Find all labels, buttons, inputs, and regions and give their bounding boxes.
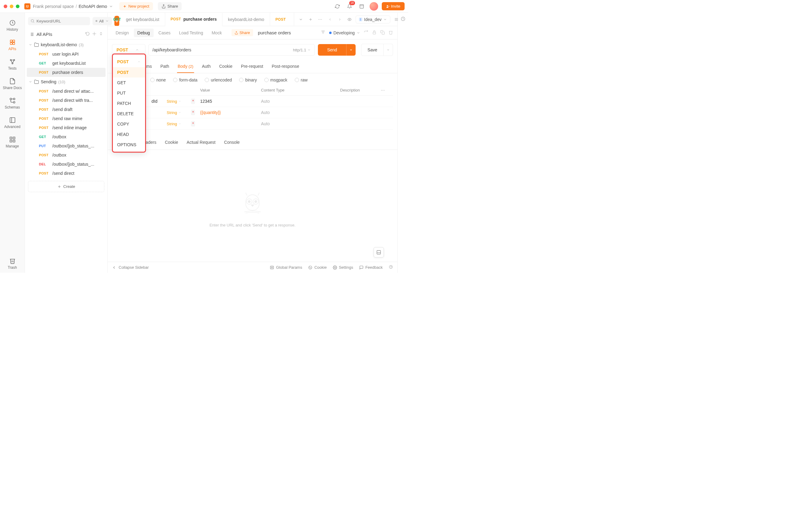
subtab-mock[interactable]: Mock <box>208 28 225 37</box>
minimize-window[interactable] <box>10 4 13 8</box>
tree-folder[interactable]: keyboardList-demo (3) <box>27 40 106 50</box>
subtab-design[interactable]: Design <box>112 28 133 37</box>
protocol-select[interactable]: http/1.1 <box>293 48 311 52</box>
tab[interactable]: POSTpurchase orders <box>165 13 223 26</box>
param-value[interactable]: {{quantity}} <box>200 110 261 115</box>
create-button[interactable]: Create <box>28 181 104 192</box>
param-row[interactable]: dId String * 12345 Auto <box>112 96 393 107</box>
rail-share-docs[interactable]: Share Docs <box>0 75 25 93</box>
tab-more[interactable]: ⋯ <box>317 16 324 23</box>
send-dropdown[interactable] <box>346 44 356 56</box>
tab[interactable]: POST <box>270 13 294 26</box>
maximize-window[interactable] <box>16 4 19 8</box>
resptab-console[interactable]: Console <box>224 136 240 150</box>
notifications-button[interactable]: 18 <box>345 2 354 11</box>
footer-cookie[interactable]: Cookie <box>308 265 327 270</box>
refresh-icon[interactable] <box>86 32 90 37</box>
param-type[interactable]: String <box>167 99 191 104</box>
send-button[interactable]: Send <box>318 44 346 56</box>
tree-item[interactable]: POST/send direct w/ attac... <box>27 87 106 96</box>
reqtab-auth[interactable]: Auth <box>201 60 211 73</box>
filter-icon[interactable] <box>321 30 326 36</box>
tab[interactable]: GETget keyboardsList <box>108 13 165 26</box>
subtab-debug[interactable]: Debug <box>134 28 154 37</box>
reqtab-pre-request[interactable]: Pre-request <box>240 60 264 73</box>
param-ctype[interactable]: Auto <box>261 110 340 115</box>
locate-icon[interactable] <box>92 32 96 37</box>
status-select[interactable]: Developing <box>329 31 360 35</box>
bodytype-urlencoded[interactable]: urlencoded <box>205 77 232 82</box>
param-type[interactable]: String <box>167 110 191 115</box>
rail-history[interactable]: History <box>0 16 25 35</box>
tree-item[interactable]: GETget keyboardsList <box>27 59 106 68</box>
chevron-down-icon[interactable] <box>109 4 113 8</box>
tree-item[interactable]: POST/outbox <box>27 151 106 159</box>
env-menu[interactable] <box>393 16 400 23</box>
rail-apis[interactable]: APIs <box>0 36 25 54</box>
param-ctype[interactable]: Auto <box>261 121 340 126</box>
collapse-sidebar[interactable]: Collapse Sidebar <box>112 265 149 270</box>
method-option-head[interactable]: HEAD <box>113 129 145 139</box>
reqtab-path[interactable]: Path <box>160 60 170 73</box>
global-params[interactable]: Global Params <box>270 265 302 270</box>
url-input-wrap[interactable]: http/1.1 <box>148 44 315 56</box>
search-input[interactable] <box>37 19 88 23</box>
reqtab-cookie[interactable]: Cookie <box>218 60 233 73</box>
panel-button[interactable] <box>357 2 366 11</box>
param-ctype[interactable]: Auto <box>261 99 340 104</box>
subtab-cases[interactable]: Cases <box>155 28 174 37</box>
rail-advanced[interactable]: Advanced <box>0 114 25 132</box>
bodytype-binary[interactable]: binary <box>239 77 257 82</box>
tree-item[interactable]: GET/outbox <box>27 132 106 141</box>
reqtab-post-response[interactable]: Post-response <box>271 60 300 73</box>
bodytype-none[interactable]: none <box>150 77 166 82</box>
method-option-options[interactable]: OPTIONS <box>113 139 145 150</box>
rail-manage[interactable]: Manage <box>0 133 25 151</box>
footer-settings[interactable]: Settings <box>333 265 353 270</box>
save-dropdown[interactable] <box>384 44 393 56</box>
share-button[interactable]: Share <box>158 2 182 10</box>
sort-icon[interactable] <box>99 32 103 37</box>
resptab-cookie[interactable]: Cookie <box>164 136 179 150</box>
share-chip[interactable]: Share <box>231 29 253 36</box>
tree-item[interactable]: POST/send raw mime <box>27 114 106 123</box>
close-window[interactable] <box>4 4 7 8</box>
layout-toggle[interactable] <box>374 247 384 258</box>
bodytype-msgpack[interactable]: msgpack <box>264 77 288 82</box>
reqtab-body[interactable]: Body (2) <box>177 60 194 73</box>
action-icon-2[interactable] <box>372 30 376 36</box>
resptab-actual-request[interactable]: Actual Request <box>186 136 216 150</box>
all-apis-row[interactable]: All APIs <box>25 28 107 40</box>
subtab-load-testing[interactable]: Load Testing <box>175 28 207 37</box>
new-project-button[interactable]: New project <box>119 2 153 10</box>
tree-item[interactable]: PUT/outbox/{job_status_... <box>27 141 106 151</box>
save-button[interactable]: Save <box>361 44 384 56</box>
tree-item[interactable]: POSTuser login API <box>27 50 106 59</box>
tab-prev[interactable] <box>327 16 334 23</box>
search-input-wrap[interactable] <box>28 17 90 25</box>
method-option-copy[interactable]: COPY <box>113 119 145 129</box>
workspace-name[interactable]: Frank personal space <box>33 4 74 9</box>
tree-folder[interactable]: Sending (10) <box>27 77 106 87</box>
tab[interactable]: keyboardList-demo <box>222 13 270 26</box>
param-value[interactable]: 12345 <box>200 99 261 104</box>
rail-trash[interactable]: Trash <box>0 254 25 273</box>
tree-item[interactable]: DEL/outbox/{job_status_... <box>27 159 106 169</box>
env-select[interactable]: I Idea_dev <box>356 16 391 23</box>
action-icon-3[interactable] <box>380 30 385 36</box>
method-option-delete[interactable]: DELETE <box>113 109 145 119</box>
param-type[interactable]: String <box>167 121 191 126</box>
bodytype-form-data[interactable]: form-data <box>173 77 198 82</box>
tab-next[interactable] <box>336 16 344 23</box>
method-option-patch[interactable]: PATCH <box>113 98 145 109</box>
tree-item[interactable]: POST/send direct <box>27 169 106 178</box>
help-icon[interactable] <box>389 265 393 270</box>
header-more[interactable]: ⋯ <box>381 88 393 92</box>
footer-feedback[interactable]: Feedback <box>359 265 383 270</box>
param-row[interactable]: String * {{quantity}} Auto <box>112 107 393 118</box>
rail-tests[interactable]: Tests <box>0 55 25 74</box>
env-eye[interactable] <box>346 16 353 23</box>
project-name[interactable]: EchoAPI demo <box>79 4 107 9</box>
tree-item[interactable]: POST/send draft <box>27 105 106 114</box>
avatar[interactable] <box>370 2 378 11</box>
